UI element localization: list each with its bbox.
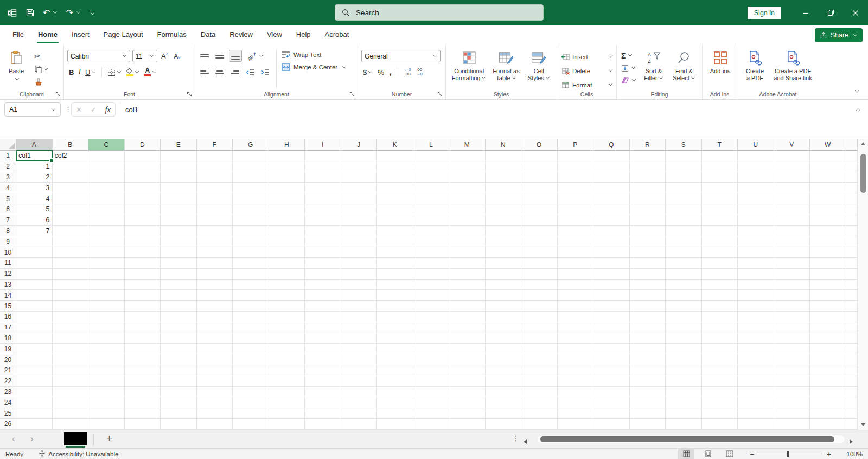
cell-G10[interactable]	[233, 247, 269, 258]
cell-F25[interactable]	[197, 408, 233, 419]
cell-S14[interactable]	[666, 290, 702, 301]
cell-D17[interactable]	[125, 322, 161, 333]
cell-C26[interactable]	[88, 419, 125, 430]
cell-F19[interactable]	[197, 344, 233, 354]
cell-V19[interactable]	[774, 344, 810, 354]
cell-J23[interactable]	[341, 387, 378, 398]
cell-D14[interactable]	[125, 290, 161, 301]
cell-I15[interactable]	[305, 301, 341, 312]
cell-R5[interactable]	[630, 193, 666, 204]
cell-D22[interactable]	[125, 376, 161, 387]
cell-A24[interactable]	[16, 397, 53, 408]
page-break-preview-button[interactable]	[722, 449, 738, 459]
row-header-26[interactable]: 26	[0, 419, 16, 430]
cell-L19[interactable]	[413, 344, 450, 354]
cell-R6[interactable]	[630, 204, 666, 215]
cell-G11[interactable]	[233, 258, 269, 269]
cell-J10[interactable]	[341, 247, 378, 258]
cell-U25[interactable]	[738, 408, 774, 419]
cell-P6[interactable]	[558, 204, 594, 215]
tab-insert[interactable]: Insert	[65, 25, 97, 45]
cell-M9[interactable]	[449, 236, 486, 247]
cell-T13[interactable]	[702, 280, 738, 290]
cell-U24[interactable]	[738, 397, 774, 408]
cell-V4[interactable]	[774, 183, 810, 193]
cell-H9[interactable]	[269, 236, 305, 247]
cell-U22[interactable]	[738, 376, 774, 387]
cell-K1[interactable]	[377, 151, 413, 161]
cell-L1[interactable]	[413, 151, 450, 161]
accessibility-status[interactable]: Accessibility: Unavailable	[39, 450, 118, 457]
cell-I11[interactable]	[305, 258, 341, 269]
cell-M8[interactable]	[449, 226, 486, 237]
cell-V23[interactable]	[774, 387, 810, 398]
cell-M25[interactable]	[449, 408, 486, 419]
cell-L14[interactable]	[413, 290, 450, 301]
cell-C14[interactable]	[88, 290, 125, 301]
cell-T7[interactable]	[702, 215, 738, 226]
cell-A9[interactable]	[16, 236, 53, 247]
cell-J1[interactable]	[341, 151, 378, 161]
cell-C20[interactable]	[88, 354, 125, 365]
cell-W6[interactable]	[810, 204, 846, 215]
cell-W3[interactable]	[810, 172, 846, 183]
chevron-down-icon[interactable]	[92, 69, 95, 73]
collapse-formula-bar-button[interactable]	[854, 105, 860, 114]
cell-R21[interactable]	[630, 365, 666, 376]
cell-P7[interactable]	[558, 215, 594, 226]
cell-N3[interactable]	[486, 172, 522, 183]
cell-K10[interactable]	[377, 247, 413, 258]
cell-R11[interactable]	[630, 258, 666, 269]
cell-S7[interactable]	[666, 215, 702, 226]
cell-U19[interactable]	[738, 344, 774, 354]
cell-O19[interactable]	[521, 344, 558, 354]
cell-P9[interactable]	[558, 236, 594, 247]
cell-F21[interactable]	[197, 365, 233, 376]
cell-F24[interactable]	[197, 397, 233, 408]
cell-T19[interactable]	[702, 344, 738, 354]
cell-H4[interactable]	[269, 183, 305, 193]
cell-N16[interactable]	[486, 312, 522, 322]
cell-F12[interactable]	[197, 269, 233, 280]
cell-Q9[interactable]	[593, 236, 630, 247]
cell-U2[interactable]	[738, 161, 774, 172]
cell-M12[interactable]	[449, 269, 486, 280]
cell-R1[interactable]	[630, 151, 666, 161]
cell-J16[interactable]	[341, 312, 378, 322]
new-sheet-button[interactable]: +	[106, 432, 112, 444]
cell-C8[interactable]	[88, 226, 125, 237]
cell-C15[interactable]	[88, 301, 125, 312]
format-painter-button[interactable]	[33, 76, 50, 88]
fill-color-button[interactable]	[124, 66, 141, 78]
decrease-font-size-button[interactable]: A˅	[172, 50, 182, 62]
cell-V7[interactable]	[774, 215, 810, 226]
cell-D13[interactable]	[125, 280, 161, 290]
cell-T20[interactable]	[702, 354, 738, 365]
number-dialog-launcher[interactable]	[437, 92, 443, 97]
cell-F3[interactable]	[197, 172, 233, 183]
cell-A26[interactable]	[16, 419, 53, 430]
next-sheet-button[interactable]: ›	[30, 434, 34, 444]
cell-W19[interactable]	[810, 344, 846, 354]
cell-L24[interactable]	[413, 397, 450, 408]
cell-D15[interactable]	[125, 301, 161, 312]
cell-V16[interactable]	[774, 312, 810, 322]
cell-J25[interactable]	[341, 408, 378, 419]
cell-V10[interactable]	[774, 247, 810, 258]
column-header-P[interactable]: P	[558, 139, 594, 151]
copy-button[interactable]	[33, 63, 50, 75]
row-header-15[interactable]: 15	[0, 301, 16, 312]
cell-R18[interactable]	[630, 333, 666, 344]
cell-partial[interactable]	[846, 151, 858, 161]
cell-U5[interactable]	[738, 193, 774, 204]
cell-U17[interactable]	[738, 322, 774, 333]
redo-button[interactable]: ↷	[66, 9, 80, 17]
cell-H1[interactable]	[269, 151, 305, 161]
cell-B24[interactable]	[53, 397, 89, 408]
cell-S11[interactable]	[666, 258, 702, 269]
cell-O13[interactable]	[521, 280, 558, 290]
cell-F23[interactable]	[197, 387, 233, 398]
scroll-right-button[interactable]	[850, 436, 853, 446]
align-bottom-button[interactable]	[229, 50, 242, 62]
chevron-down-icon[interactable]	[117, 69, 121, 73]
